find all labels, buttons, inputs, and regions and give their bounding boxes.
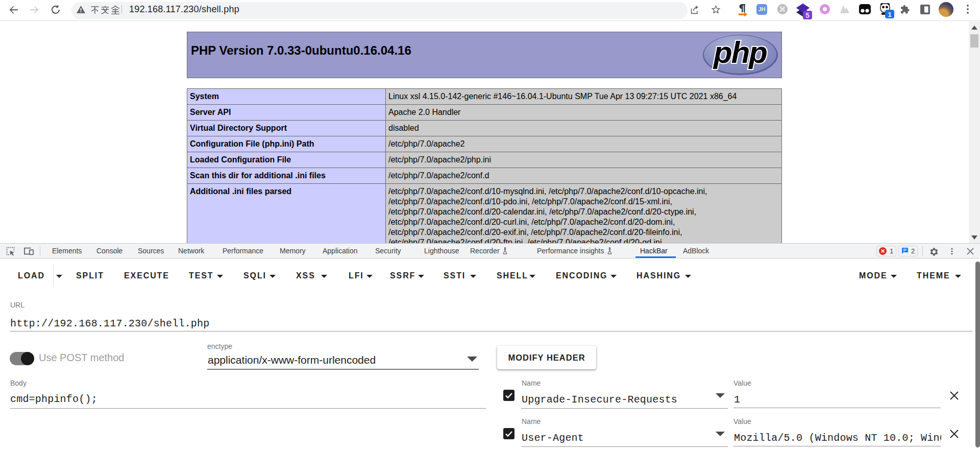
svg-text:php: php: [713, 35, 767, 69]
svg-text:1: 1: [888, 11, 891, 18]
svg-text:5: 5: [805, 11, 810, 19]
